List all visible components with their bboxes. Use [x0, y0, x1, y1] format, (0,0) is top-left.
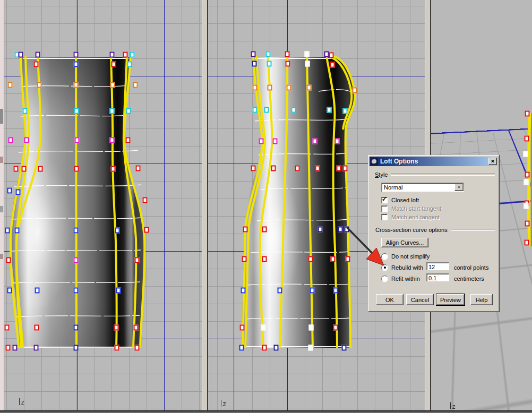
preview-button[interactable]: Preview [436, 294, 465, 306]
rebuild-with-radio[interactable] [381, 264, 388, 271]
control-point[interactable] [35, 288, 40, 294]
control-point[interactable] [310, 288, 315, 294]
control-point[interactable] [307, 85, 312, 91]
control-point[interactable] [110, 137, 115, 143]
control-point[interactable] [242, 256, 247, 262]
closed-loft-checkbox[interactable]: ✓ [381, 197, 388, 204]
style-dropdown[interactable]: Normal ▼ [381, 183, 465, 192]
control-point[interactable] [133, 82, 138, 88]
control-point[interactable] [115, 345, 119, 351]
control-point[interactable] [308, 256, 313, 262]
control-point[interactable] [35, 325, 39, 331]
control-point[interactable] [23, 108, 28, 114]
control-point[interactable] [135, 257, 140, 263]
control-point[interactable] [74, 52, 79, 58]
control-point[interactable] [75, 137, 80, 143]
control-point[interactable] [273, 139, 278, 144]
control-point[interactable] [7, 188, 12, 194]
control-point[interactable] [315, 166, 320, 171]
control-point[interactable] [343, 166, 348, 171]
control-point[interactable] [126, 108, 131, 114]
control-point[interactable] [525, 221, 530, 227]
control-point[interactable] [318, 227, 323, 233]
cancel-button[interactable]: Cancel [406, 294, 434, 306]
control-point[interactable] [525, 240, 529, 246]
control-point[interactable] [524, 203, 529, 209]
control-point[interactable] [74, 228, 79, 234]
control-point[interactable] [6, 345, 11, 351]
control-point[interactable] [74, 325, 79, 331]
control-point[interactable] [308, 345, 313, 351]
control-point[interactable] [305, 51, 310, 57]
control-point[interactable] [116, 288, 121, 294]
do-not-simplify-radio[interactable] [381, 253, 388, 260]
control-point[interactable] [110, 108, 115, 114]
control-point[interactable] [525, 111, 530, 117]
control-point[interactable] [6, 257, 11, 263]
control-point[interactable] [278, 288, 282, 294]
refit-tolerance-input[interactable] [426, 273, 450, 282]
control-point[interactable] [135, 345, 140, 351]
control-point[interactable] [7, 288, 12, 294]
refit-within-radio[interactable] [381, 276, 388, 282]
control-point[interactable] [343, 108, 348, 114]
control-point[interactable] [243, 227, 248, 233]
rebuild-with-row[interactable]: Rebuild with [381, 264, 423, 271]
control-point[interactable] [524, 179, 529, 185]
control-point[interactable] [333, 288, 338, 294]
control-point[interactable] [126, 137, 131, 143]
control-point[interactable] [74, 62, 79, 67]
control-point[interactable] [268, 85, 272, 91]
control-point[interactable] [136, 166, 141, 171]
control-point[interactable] [38, 166, 43, 172]
control-point[interactable] [110, 52, 115, 58]
control-point[interactable] [285, 51, 290, 57]
control-point[interactable] [22, 166, 27, 172]
control-point[interactable] [123, 52, 128, 58]
control-point[interactable] [261, 325, 266, 331]
control-point[interactable] [74, 257, 79, 263]
control-point[interactable] [251, 166, 256, 171]
control-point[interactable] [111, 166, 116, 172]
control-point[interactable] [259, 139, 264, 144]
control-point[interactable] [335, 139, 340, 144]
control-point[interactable] [333, 325, 338, 331]
control-point[interactable] [5, 228, 10, 234]
control-point[interactable] [524, 151, 528, 157]
control-point[interactable] [74, 288, 79, 294]
control-point[interactable] [36, 52, 40, 58]
control-point[interactable] [262, 227, 267, 233]
control-point[interactable] [111, 62, 116, 67]
control-point[interactable] [342, 345, 347, 351]
control-point[interactable] [239, 345, 244, 351]
control-point[interactable] [329, 53, 334, 58]
control-point[interactable] [313, 139, 318, 144]
control-point[interactable] [262, 345, 267, 351]
control-point[interactable] [241, 288, 246, 294]
control-point[interactable] [74, 82, 79, 88]
control-point[interactable] [34, 345, 39, 351]
control-point[interactable] [345, 227, 349, 233]
control-point[interactable] [8, 137, 13, 143]
dialog-titlebar[interactable]: Loft Options ✕ [370, 157, 498, 166]
control-point[interactable] [252, 61, 257, 67]
control-point[interactable] [144, 227, 149, 233]
control-point[interactable] [266, 51, 271, 57]
control-point[interactable] [251, 51, 256, 57]
control-point[interactable] [330, 62, 335, 68]
control-point[interactable] [13, 345, 18, 351]
control-point[interactable] [267, 61, 272, 67]
control-point[interactable] [130, 52, 135, 58]
control-point[interactable] [331, 256, 336, 262]
control-point[interactable] [262, 256, 267, 262]
control-point[interactable] [295, 166, 300, 171]
viewport-front[interactable]: z [4, 0, 202, 410]
control-point[interactable] [346, 256, 350, 262]
control-point[interactable] [274, 345, 279, 351]
control-point[interactable] [291, 107, 296, 113]
control-point[interactable] [525, 172, 530, 178]
closed-loft-row[interactable]: ✓ Closed loft [381, 196, 419, 204]
control-point[interactable] [324, 51, 329, 57]
control-point[interactable] [16, 190, 21, 195]
control-point[interactable] [240, 325, 245, 331]
